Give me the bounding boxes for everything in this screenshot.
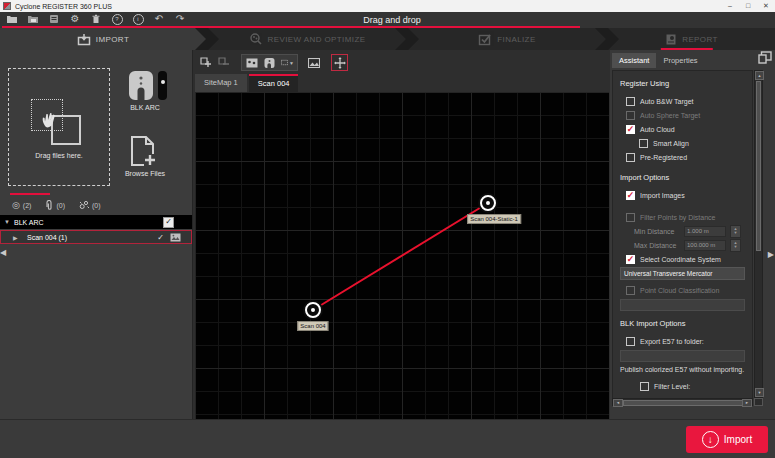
horizontal-scrollbar[interactable]: ◄ ►: [612, 398, 753, 406]
download-circle-icon: ↓: [702, 431, 719, 448]
scroll-down-button[interactable]: ▼: [755, 388, 764, 397]
tab-assistant[interactable]: Assistant: [612, 53, 656, 68]
option-filter-level[interactable]: Filter Level:: [620, 379, 745, 393]
bundle-cloud-icon[interactable]: [263, 56, 276, 69]
scan-link-svg: [195, 92, 609, 420]
help-icon[interactable]: ?: [111, 13, 123, 25]
tree-row-blk-arc[interactable]: ▼ BLK ARC ✓: [0, 215, 192, 229]
redo-icon[interactable]: ↷: [174, 13, 186, 25]
checkbox[interactable]: [626, 111, 635, 120]
tab-sitemap-1[interactable]: SiteMap 1: [195, 74, 247, 92]
horizontal-scroll-thumb[interactable]: [623, 400, 743, 406]
image-thumbnail-icon[interactable]: [170, 233, 181, 242]
checkbox[interactable]: [626, 153, 635, 162]
max-distance-stepper[interactable]: ▲▼: [730, 239, 741, 252]
vertical-scroll-thumb[interactable]: [756, 81, 761, 251]
expand-right-panel-arrow[interactable]: ▶: [768, 250, 774, 259]
checkbox[interactable]: [626, 337, 635, 346]
tree-row-label: Scan 004 (1): [27, 234, 67, 241]
open-project-icon[interactable]: [6, 13, 18, 25]
dropdown-caret-icon[interactable]: ▼: [289, 60, 294, 66]
option-label: Auto Cloud: [640, 126, 675, 133]
maximize-button[interactable]: □: [739, 0, 757, 12]
workflow-step-finalize[interactable]: FINALIZE: [408, 28, 606, 50]
min-distance-field[interactable]: 1.000 m: [684, 226, 726, 237]
import-button[interactable]: ↓ Import: [686, 426, 768, 453]
rectangle-select-icon[interactable]: ▼: [281, 56, 294, 69]
option-point-cloud-classification[interactable]: Point Cloud Classification: [620, 283, 745, 297]
checkbox[interactable]: [640, 382, 649, 391]
option-label: Auto B&W Target: [640, 98, 694, 105]
info-icon[interactable]: i: [132, 13, 144, 25]
add-bundle-icon[interactable]: [199, 56, 212, 69]
workflow-step-import[interactable]: IMPORT: [0, 28, 206, 50]
expand-arrow-icon[interactable]: ▶: [5, 234, 27, 241]
archive-icon[interactable]: [48, 13, 60, 25]
classification-dropdown[interactable]: [620, 299, 745, 311]
option-filter-points[interactable]: Filter Points by Distance: [620, 210, 745, 224]
tree-row-scan-004[interactable]: ▶ Scan 004 (1) ✓: [0, 230, 192, 244]
workflow-step-review[interactable]: REVIEW AND OPTIMIZE: [208, 28, 406, 50]
scan-point[interactable]: [480, 195, 496, 211]
workflow-step-report[interactable]: REPORT: [608, 28, 775, 50]
option-auto-bw-target[interactable]: Auto B&W Target: [620, 94, 745, 108]
checkbox[interactable]: [626, 191, 635, 200]
delete-icon[interactable]: [90, 13, 102, 25]
collapse-arrow-icon[interactable]: ▼: [4, 219, 14, 225]
option-auto-cloud[interactable]: Auto Cloud: [620, 122, 745, 136]
image-view-icon[interactable]: [245, 56, 258, 69]
undo-icon[interactable]: ↶: [153, 13, 165, 25]
collapse-left-panel-arrow[interactable]: ◀: [0, 248, 6, 257]
target-icon: ◎: [12, 201, 20, 210]
import-source-panel: Drag files here. BLK ARC Browse Files ◎ …: [0, 50, 193, 420]
browse-files-icon[interactable]: [130, 136, 157, 169]
close-button[interactable]: ✕: [757, 0, 775, 12]
max-distance-field[interactable]: 100.000 m: [684, 240, 726, 251]
tab-scans[interactable]: ◎ (2): [8, 199, 35, 212]
checkbox[interactable]: [626, 255, 635, 264]
scan-point[interactable]: [305, 302, 321, 318]
min-distance-stepper[interactable]: ▲▼: [730, 225, 741, 238]
tab-attachments[interactable]: (0): [41, 198, 69, 213]
coordinate-system-dropdown[interactable]: Universal Transverse Mercator: [620, 267, 745, 280]
option-pre-registered[interactable]: Pre-Registered: [620, 150, 745, 164]
scroll-up-button[interactable]: ▲: [755, 71, 764, 80]
scroll-right-button[interactable]: ►: [742, 399, 752, 407]
checkbox[interactable]: [626, 286, 635, 295]
checkbox[interactable]: [626, 97, 635, 106]
option-export-e57[interactable]: Export E57 to folder:: [620, 334, 745, 348]
settings-gear-icon[interactable]: ⚙: [69, 13, 81, 25]
drop-zone[interactable]: Drag files here.: [8, 68, 110, 186]
option-import-images[interactable]: Import Images: [620, 188, 745, 202]
option-label: Filter Points by Distance: [640, 214, 715, 221]
scroll-left-button[interactable]: ◄: [613, 399, 623, 407]
tab-controls[interactable]: (0): [75, 198, 105, 212]
tree-row-check-icon[interactable]: ✓: [157, 233, 164, 242]
checkbox[interactable]: [639, 139, 648, 148]
tree-row-label: BLK ARC: [14, 219, 44, 226]
viewer-tabbar: SiteMap 1 Scan 004: [195, 74, 300, 92]
tab-scan-004[interactable]: Scan 004: [249, 74, 299, 92]
tree-row-checkbox[interactable]: ✓: [163, 217, 174, 228]
tab-properties[interactable]: Properties: [656, 53, 704, 68]
blk-arc-device-icon[interactable]: [128, 70, 154, 101]
vertical-scrollbar[interactable]: ▲ ▼: [754, 70, 763, 398]
option-smart-align[interactable]: Smart Align: [620, 136, 745, 150]
checkbox[interactable]: [626, 213, 635, 222]
workflow-bar: IMPORT REVIEW AND OPTIMIZE FINALIZE REPO…: [0, 28, 775, 50]
blk-arc-slider[interactable]: [158, 71, 167, 100]
move-scan-tool[interactable]: [331, 54, 348, 71]
undock-panel-icon[interactable]: [758, 51, 772, 64]
option-auto-sphere-target[interactable]: Auto Sphere Target: [620, 108, 745, 122]
drag-hand-icon: [40, 106, 62, 130]
viewer-area: ▼ SiteMap 1 Scan 004 Scan 004 Scan 004-S…: [193, 50, 610, 420]
checkbox[interactable]: [626, 125, 635, 134]
save-project-icon[interactable]: [27, 13, 39, 25]
remove-bundle-icon[interactable]: [217, 56, 230, 69]
option-select-coordinate-system[interactable]: Select Coordinate System: [620, 252, 745, 266]
scan-canvas[interactable]: Scan 004 Scan 004-Static-1: [195, 92, 609, 420]
sitemap-image-icon[interactable]: [307, 56, 320, 69]
export-folder-field[interactable]: [620, 350, 745, 362]
section-blk-import-options: BLK Import Options: [620, 319, 745, 328]
minimize-button[interactable]: –: [721, 0, 739, 12]
